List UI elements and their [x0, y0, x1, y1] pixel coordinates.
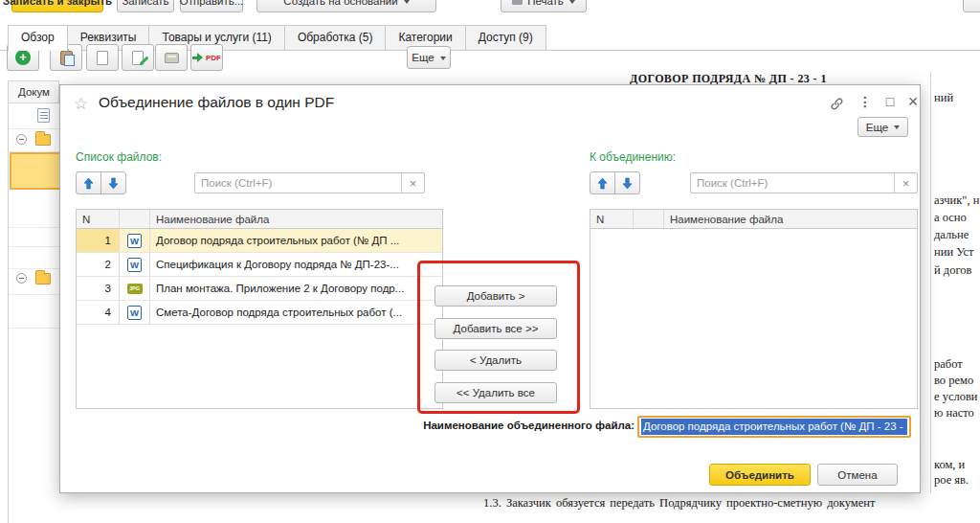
print-label: Печать [527, 0, 564, 7]
column-header-n: N [77, 210, 120, 228]
move-down-button[interactable] [100, 171, 126, 194]
right-search-box: × [690, 172, 918, 193]
tree-row-separator [9, 128, 59, 129]
left-search-input[interactable] [195, 173, 401, 193]
get-link-icon[interactable] [828, 95, 845, 112]
tab-overview[interactable]: Обзор [8, 25, 68, 51]
tree-header: Докум [9, 80, 59, 103]
file-name: Смета-Договор подряда строительных работ… [150, 301, 442, 324]
chevron-down-icon [569, 0, 575, 7]
tab-access[interactable]: Доступ (9) [465, 25, 546, 50]
table-header: N Наименование файла [77, 210, 442, 229]
menu-dots-icon[interactable]: ⋮ [857, 93, 874, 110]
tree-selected-row[interactable] [10, 152, 60, 190]
cancel-button[interactable]: Отмена [817, 464, 898, 486]
file-list-table: N Наименование файла 1 W Договор подряда… [76, 209, 443, 409]
dialog-more-button[interactable]: Еще [858, 117, 908, 137]
save-and-close-button[interactable]: Записать и закрыть [11, 0, 103, 12]
table-row[interactable]: 4 W Смета-Договор подряда строительных р… [77, 301, 442, 325]
favorite-star-icon[interactable]: ☆ [74, 94, 88, 114]
jpg-file-icon: JPG [127, 284, 143, 294]
scanner-icon [165, 53, 179, 63]
tab-processing[interactable]: Обработка (5) [284, 25, 387, 50]
left-search-clear-icon[interactable]: × [401, 173, 424, 193]
toolbar-more-label: Еще [412, 52, 434, 63]
contract-text-fragment: нии Уст [934, 245, 974, 260]
to-pdf-icon: PDF [192, 53, 221, 62]
close-icon[interactable]: × [904, 93, 922, 110]
create-based-on-button[interactable]: Создать на основании [256, 0, 436, 12]
create-based-on-label: Создать на основании [283, 0, 397, 7]
send-label: Отправить... [180, 0, 244, 7]
column-header-name: Наименование файла [150, 210, 442, 228]
contract-clause-line: 1.3. Заказчик обязуется передать Подрядч… [483, 496, 875, 511]
file-name: Договор подряда строительных работ (№ ДП… [150, 229, 442, 252]
dialog-title: Объединение файлов в один PDF [99, 94, 334, 111]
right-search-input[interactable] [691, 173, 894, 193]
chevron-down-icon [894, 125, 900, 132]
contract-text-fragment: во ремо [934, 374, 973, 388]
collapse-icon[interactable] [16, 273, 27, 284]
file-name: Спецификация к Договору подряда № ДП-23-… [150, 253, 442, 276]
documents-tree-panel: Докум [8, 80, 59, 523]
tree-row-separator [9, 328, 59, 329]
left-move-buttons [76, 171, 126, 194]
clipped-right-button[interactable] [963, 0, 980, 12]
arrow-up-icon [83, 177, 94, 190]
merged-file-name-input[interactable]: Договор подряда строительных работ (№ ДП… [637, 416, 911, 438]
move-up-button[interactable] [76, 171, 101, 194]
right-search-clear-icon[interactable]: × [894, 173, 917, 193]
contract-text-fragment: ний [934, 91, 953, 105]
table-row[interactable]: 3 JPG План монтажа. Приложение 2 к Догов… [77, 277, 442, 301]
contract-text-fragment: рое яв. [934, 473, 969, 488]
save-label: Записать [122, 0, 168, 7]
blank-page-icon [97, 51, 108, 65]
tree-row-separator [9, 227, 59, 228]
save-button[interactable]: Записать [117, 0, 174, 12]
file-name: План монтажа. Приложение 2 к Договору по… [150, 277, 442, 300]
pencil-icon [140, 56, 149, 65]
scan-button[interactable] [155, 44, 188, 71]
folder-icon[interactable] [35, 134, 51, 146]
contract-text-fragment: ю насто [934, 406, 974, 421]
chevron-down-icon [440, 57, 446, 63]
dialog-more-label: Еще [866, 122, 888, 133]
contract-text-fragment: азчик", н [934, 193, 979, 208]
printer-icon [512, 0, 523, 5]
row-number: 3 [77, 277, 120, 300]
edit-document-button[interactable] [122, 44, 154, 71]
merge-list-table: N Наименование файла [590, 209, 918, 409]
folder-icon[interactable] [35, 273, 51, 284]
contract-text-fragment: работ [934, 357, 963, 372]
table-row[interactable]: 2 W Спецификация к Договору подряда № ДП… [77, 253, 442, 277]
new-document-button[interactable] [86, 44, 119, 71]
merged-file-name-label: Наименование объединенного файла: [317, 420, 635, 431]
contract-text-fragment: дальне [934, 228, 969, 242]
document-list-icon[interactable] [37, 108, 50, 123]
toolbar-more-button[interactable]: Еще [407, 46, 451, 69]
tree-row-separator [9, 246, 59, 247]
table-header: N Наименование файла [590, 210, 917, 229]
row-number: 4 [77, 301, 120, 324]
word-file-icon: W [127, 234, 142, 248]
send-button[interactable]: Отправить... [180, 0, 243, 12]
column-header-icon [634, 210, 664, 228]
contract-text-fragment: й догов [934, 263, 971, 278]
merge-to-pdf-button[interactable]: PDF [190, 44, 223, 71]
merge-button[interactable]: Объединить [709, 464, 811, 486]
contract-page-bottom: 1.3. Заказчик обязуется передать Подрядч… [59, 493, 980, 523]
contract-text-fragment: а осно [934, 211, 967, 225]
move-up-button[interactable] [590, 171, 615, 194]
arrow-down-icon [108, 177, 119, 190]
maximize-icon[interactable]: □ [881, 93, 899, 110]
collapse-icon[interactable] [16, 134, 27, 145]
print-button[interactable]: Печать [501, 0, 587, 12]
word-file-icon: W [127, 306, 142, 320]
move-down-button[interactable] [614, 171, 640, 194]
file-list-label: Список файлов: [76, 150, 162, 164]
table-row[interactable]: 1 W Договор подряда строительных работ (… [77, 229, 442, 253]
tree-row-separator [9, 268, 59, 269]
save-and-close-label: Записать и закрыть [3, 0, 112, 7]
clipboard-icon [60, 51, 73, 65]
merge-list-label: К объединению: [590, 150, 676, 164]
